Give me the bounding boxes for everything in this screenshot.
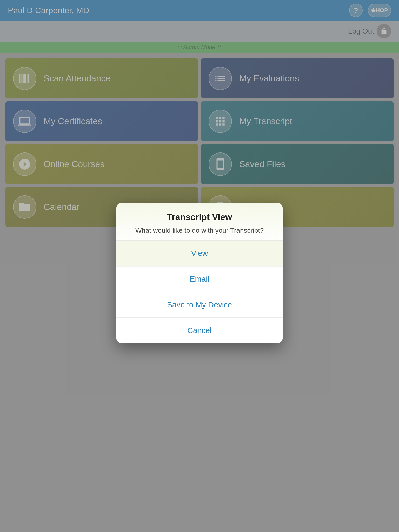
email-button[interactable]: Email: [116, 266, 283, 292]
modal-title: Transcript View: [127, 212, 272, 222]
cancel-button[interactable]: Cancel: [116, 318, 283, 343]
view-button[interactable]: View: [116, 241, 283, 266]
save-to-device-button[interactable]: Save to My Device: [116, 292, 283, 318]
modal-subtitle: What would like to do with your Transcri…: [127, 226, 272, 235]
modal-header: Transcript View What would like to do wi…: [116, 203, 283, 240]
transcript-view-modal: Transcript View What would like to do wi…: [116, 203, 283, 343]
